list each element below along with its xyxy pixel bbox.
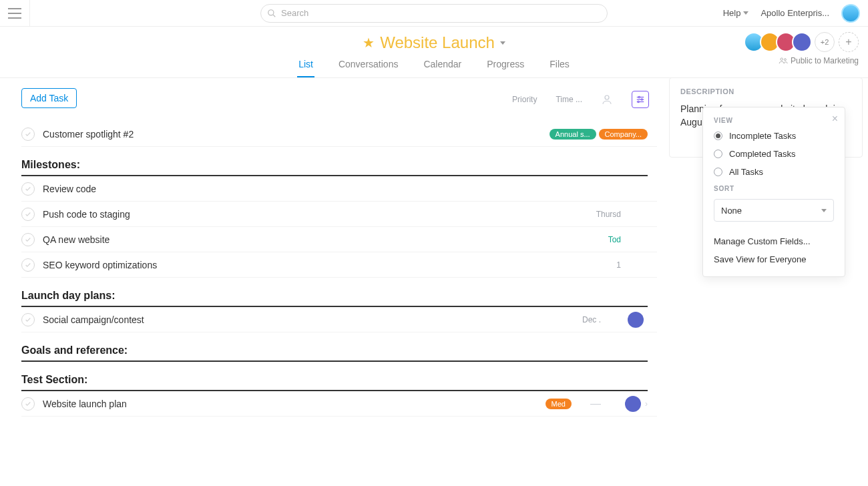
- complete-checkbox[interactable]: [21, 397, 35, 411]
- task-title: Review code: [43, 184, 96, 194]
- chevron-down-icon: [743, 11, 748, 15]
- complete-checkbox[interactable]: [21, 313, 35, 326]
- member-avatar[interactable]: [792, 32, 812, 52]
- user-avatar[interactable]: [841, 4, 860, 23]
- assignee-avatar[interactable]: [628, 312, 644, 328]
- section-heading[interactable]: Goals and reference:: [21, 332, 648, 362]
- workspace-name[interactable]: Apollo Enterpris...: [761, 8, 829, 18]
- search-input[interactable]: [260, 4, 608, 23]
- task-due: 1: [581, 260, 621, 270]
- view-option[interactable]: Incomplete Tasks: [714, 131, 834, 141]
- view-option-label: All Tasks: [729, 167, 763, 177]
- empty-value: —: [590, 398, 601, 410]
- search-wrap: [260, 4, 608, 23]
- task-title: Website launch plan: [43, 399, 127, 409]
- svg-point-4: [605, 95, 609, 99]
- topbar: Help Apollo Enterpris...: [0, 0, 868, 27]
- project-header: ★ Website Launch +2 + Public to Marketin…: [0, 27, 868, 78]
- task-row[interactable]: Push code to stagingThursd: [21, 202, 657, 227]
- add-member-button[interactable]: +: [839, 32, 859, 52]
- sort-label: SORT: [714, 185, 834, 192]
- project-dropdown-icon[interactable]: [500, 41, 505, 45]
- more-members-badge[interactable]: +2: [815, 32, 835, 52]
- view-option-label: Completed Tasks: [729, 149, 795, 159]
- tab-files[interactable]: Files: [548, 59, 571, 77]
- star-icon[interactable]: ★: [363, 35, 375, 51]
- tab-list[interactable]: List: [297, 59, 314, 77]
- manage-custom-fields-link[interactable]: Manage Custom Fields...: [714, 232, 834, 250]
- task-title: Social campaign/contest: [43, 314, 144, 325]
- task-list-panel: Add Task Priority Time ... Customer spot…: [11, 77, 657, 486]
- filter-popover: × VIEW Incomplete TasksCompleted TasksAl…: [702, 107, 845, 277]
- svg-point-2: [781, 58, 783, 61]
- task-title: SEO keyword optimizations: [43, 260, 157, 270]
- project-tabs: ListConversationsCalendarProgressFiles: [0, 59, 868, 77]
- tab-conversations[interactable]: Conversations: [337, 59, 400, 77]
- filter-button[interactable]: [632, 91, 649, 108]
- task-title: Customer spotlight #2: [43, 129, 134, 140]
- task-row[interactable]: Review code: [21, 176, 657, 202]
- complete-checkbox[interactable]: [21, 182, 35, 196]
- svg-point-10: [638, 101, 639, 102]
- description-heading: DESCRIPTION: [680, 87, 851, 95]
- task-tag[interactable]: Annual s...: [550, 129, 596, 140]
- project-privacy[interactable]: Public to Marketing: [779, 56, 859, 65]
- section-heading[interactable]: Milestones:: [21, 147, 648, 176]
- sliders-icon: [636, 95, 645, 104]
- close-icon[interactable]: ×: [832, 113, 838, 125]
- sort-value: None: [721, 206, 742, 216]
- svg-line-1: [273, 15, 275, 17]
- view-option[interactable]: Completed Tasks: [714, 149, 834, 159]
- task-row[interactable]: Social campaign/contestDec .: [21, 307, 657, 332]
- radio-icon: [714, 150, 722, 158]
- task-row[interactable]: Customer spotlight #2Annual s...Company.…: [21, 121, 657, 147]
- task-due: Tod: [581, 235, 621, 244]
- project-title[interactable]: Website Launch: [380, 33, 495, 52]
- section-heading[interactable]: Launch day plans:: [21, 278, 648, 307]
- person-icon: [601, 93, 613, 105]
- add-task-button[interactable]: Add Task: [21, 88, 77, 108]
- chevron-right-icon: ›: [645, 399, 648, 409]
- tab-progress[interactable]: Progress: [485, 59, 525, 77]
- complete-checkbox[interactable]: [21, 258, 35, 272]
- complete-checkbox[interactable]: [21, 208, 35, 221]
- chevron-down-icon: [821, 209, 827, 212]
- task-tag[interactable]: Company...: [599, 129, 648, 140]
- priority-tag[interactable]: Med: [546, 399, 572, 409]
- view-label: VIEW: [714, 117, 834, 124]
- view-option-label: Incomplete Tasks: [729, 131, 796, 141]
- column-priority[interactable]: Priority: [512, 95, 537, 104]
- section-heading[interactable]: Test Section:: [21, 362, 648, 391]
- member-avatars: +2 +: [744, 32, 859, 52]
- task-title: QA new website: [43, 234, 110, 245]
- people-icon: [779, 56, 788, 65]
- task-row[interactable]: Website launch planMed—›: [21, 391, 657, 417]
- search-icon: [267, 9, 276, 18]
- help-menu[interactable]: Help: [723, 8, 749, 18]
- task-title: Push code to staging: [43, 209, 130, 220]
- task-due: Dec .: [561, 315, 601, 324]
- svg-point-3: [784, 59, 786, 61]
- task-row[interactable]: QA new websiteTod: [21, 227, 657, 252]
- radio-icon: [714, 132, 722, 140]
- svg-point-8: [641, 99, 642, 100]
- column-headers: Priority Time ...: [512, 91, 649, 108]
- view-option[interactable]: All Tasks: [714, 167, 834, 177]
- hamburger-menu-icon[interactable]: [8, 8, 21, 19]
- tab-calendar[interactable]: Calendar: [422, 59, 463, 77]
- privacy-label: Public to Marketing: [791, 56, 859, 65]
- radio-icon: [714, 168, 722, 176]
- divider: [29, 0, 30, 27]
- column-time[interactable]: Time ...: [556, 95, 582, 104]
- assignee-avatar[interactable]: [625, 396, 641, 412]
- complete-checkbox[interactable]: [21, 128, 35, 141]
- save-view-link[interactable]: Save View for Everyone: [714, 250, 834, 268]
- task-due: Thursd: [581, 210, 621, 219]
- help-label: Help: [723, 8, 741, 18]
- complete-checkbox[interactable]: [21, 233, 35, 246]
- task-row[interactable]: SEO keyword optimizations1: [21, 252, 657, 278]
- svg-point-6: [638, 96, 640, 97]
- sort-select[interactable]: None: [714, 199, 834, 222]
- svg-point-0: [268, 9, 274, 15]
